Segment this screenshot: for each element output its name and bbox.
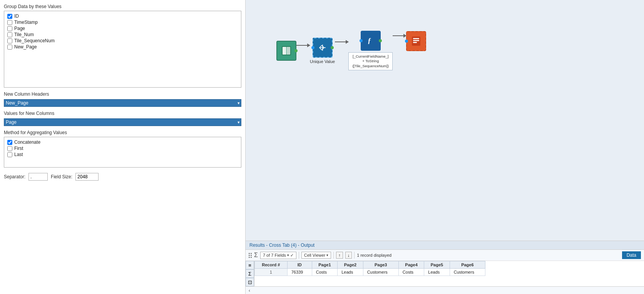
svg-rect-2 xyxy=(286,47,290,55)
agg-checkbox[interactable] xyxy=(7,140,12,145)
side-btn-sigma[interactable]: Σ xyxy=(246,269,254,278)
report-icon[interactable] xyxy=(406,31,426,51)
bottom-row: Separator: Field Size: xyxy=(4,173,241,181)
agg-checkbox[interactable] xyxy=(7,146,12,151)
field-size-label: Field Size: xyxy=(51,174,72,179)
connector-3-4 xyxy=(393,35,406,36)
results-table-wrapper: Record # ID Page1 Page2 Page3 Page4 Page… xyxy=(254,261,485,286)
node-formula[interactable]: ƒ [_CurrentFieldName_] + ToString([Tile_… xyxy=(348,31,393,70)
col-page5: Page5 xyxy=(424,261,450,269)
group-checkbox[interactable] xyxy=(7,26,12,31)
values-for-new-columns-section: Values for New Columns Page xyxy=(4,111,241,126)
group-data-section: Group Data by these Values IDTimeStampPa… xyxy=(4,4,241,88)
new-column-headers-wrapper[interactable]: New_Page xyxy=(4,99,241,107)
aggregating-label: Method for Aggregating Values xyxy=(4,130,241,135)
new-column-headers-section: New Column Headers New_Page xyxy=(4,91,241,107)
group-checkbox-label: Page xyxy=(14,26,25,31)
arrow-up-button[interactable]: ↑ xyxy=(336,252,343,259)
right-panel: Unique Value ƒ [_CurrentFieldName_] + To… xyxy=(246,0,644,294)
toolbar-separator-1 xyxy=(299,252,299,259)
group-data-label: Group Data by these Values xyxy=(4,4,241,9)
agg-checkbox-item: Concatenate xyxy=(7,140,238,145)
table-cell: 76339 xyxy=(287,269,312,276)
fields-button[interactable]: 7 of 7 Fields ▾ ✓ xyxy=(260,252,296,259)
formula-icon[interactable]: ƒ xyxy=(361,31,381,51)
table-cell: Leads xyxy=(338,269,363,276)
agg-checkbox-item: First xyxy=(7,146,238,151)
group-checkbox[interactable] xyxy=(7,38,12,43)
table-cell: Costs xyxy=(398,269,424,276)
cell-viewer-button[interactable]: Cell Viewer ▾ xyxy=(301,252,331,259)
col-page6: Page6 xyxy=(450,261,485,269)
col-page3: Page3 xyxy=(363,261,398,269)
aggregating-list: ConcatenateFirstLast xyxy=(4,137,241,168)
agg-checkbox-item: Last xyxy=(7,152,238,157)
group-checkbox-item: ID xyxy=(7,13,238,19)
separator-label: Separator: xyxy=(4,174,25,179)
results-toolbar: Σ 7 of 7 Fields ▾ ✓ Cell Viewer ▾ ↑ ↓ 1 … xyxy=(246,250,644,261)
scroll-left-arrow[interactable]: ‹ xyxy=(249,288,250,293)
unique-value-icon[interactable] xyxy=(313,38,333,58)
col-page1: Page1 xyxy=(312,261,337,269)
results-table: Record # ID Page1 Page2 Page3 Page4 Page… xyxy=(254,261,485,276)
group-checkbox-item: Tile_Num xyxy=(7,32,238,37)
group-checkbox-item: New_Page xyxy=(7,44,238,50)
field-size-input[interactable] xyxy=(75,173,99,181)
connector-1-2 xyxy=(296,45,310,46)
svg-rect-1 xyxy=(283,47,286,55)
results-panel: Results - Cross Tab (4) - Output Σ 7 of … xyxy=(246,241,644,294)
svg-rect-12 xyxy=(413,42,417,43)
node-book[interactable] xyxy=(276,41,296,61)
agg-checkbox-label: Concatenate xyxy=(14,140,40,145)
toolbar-separator-3 xyxy=(354,252,355,259)
group-checkbox-item: Page xyxy=(7,26,238,31)
table-row: 176339CostsLeadsCustomersCostsLeadsCusto… xyxy=(255,269,485,276)
results-bottom: ‹ xyxy=(246,286,644,294)
group-checkbox-label: Tile_SequenceNum xyxy=(14,38,55,43)
group-checkbox-label: Tile_Num xyxy=(14,32,34,37)
col-page2: Page2 xyxy=(338,261,363,269)
side-btn-top[interactable]: ≡ xyxy=(246,261,254,269)
group-checkbox[interactable] xyxy=(7,14,12,19)
group-checkbox-label: TimeStamp xyxy=(14,20,38,25)
new-column-headers-select[interactable]: New_Page xyxy=(4,99,241,107)
table-cell: Customers xyxy=(450,269,485,276)
row-num-cell: 1 xyxy=(255,269,288,276)
node-report[interactable] xyxy=(406,31,426,51)
col-page4: Page4 xyxy=(398,261,424,269)
svg-rect-10 xyxy=(413,38,419,39)
node-unique-value[interactable]: Unique Value xyxy=(310,38,335,64)
side-buttons: ≡ Σ ⊡ xyxy=(246,261,254,286)
side-btn-profile[interactable]: ⊡ xyxy=(246,278,254,286)
group-checkbox[interactable] xyxy=(7,20,12,25)
data-button[interactable]: Data xyxy=(622,251,641,259)
values-select[interactable]: Page xyxy=(4,118,241,126)
group-checkbox[interactable] xyxy=(7,45,12,50)
table-cell: Customers xyxy=(363,269,398,276)
svg-text:ƒ: ƒ xyxy=(368,37,371,45)
agg-checkbox[interactable] xyxy=(7,152,12,157)
table-area: ≡ Σ ⊡ Record # ID Page1 Page2 Page3 Page… xyxy=(246,261,644,286)
arrow-down-button[interactable]: ↓ xyxy=(345,252,352,259)
sigma-icon[interactable]: Σ xyxy=(254,252,258,259)
toolbar-grip[interactable] xyxy=(249,253,252,258)
group-checkbox-label: New_Page xyxy=(14,44,37,50)
group-data-list: IDTimeStampPageTile_NumTile_SequenceNumN… xyxy=(4,11,241,88)
separator-input[interactable] xyxy=(28,173,48,181)
col-record: Record # xyxy=(255,261,288,269)
book-node-icon[interactable] xyxy=(276,41,296,61)
new-column-headers-label: New Column Headers xyxy=(4,91,241,97)
canvas-area: Unique Value ƒ [_CurrentFieldName_] + To… xyxy=(246,0,644,241)
col-id: ID xyxy=(287,261,312,269)
table-cell: Leads xyxy=(424,269,450,276)
agg-checkbox-label: First xyxy=(14,146,23,151)
table-cell: Costs xyxy=(312,269,337,276)
values-label: Values for New Columns xyxy=(4,111,241,116)
group-checkbox[interactable] xyxy=(7,32,12,37)
values-select-wrapper[interactable]: Page xyxy=(4,118,241,126)
formula-label-box: [_CurrentFieldName_] + ToString([Tile_Se… xyxy=(348,52,393,70)
agg-checkbox-label: Last xyxy=(14,152,23,157)
workflow: Unique Value ƒ [_CurrentFieldName_] + To… xyxy=(276,31,426,70)
aggregating-section: Method for Aggregating Values Concatenat… xyxy=(4,130,241,168)
toolbar-separator-2 xyxy=(333,252,334,259)
